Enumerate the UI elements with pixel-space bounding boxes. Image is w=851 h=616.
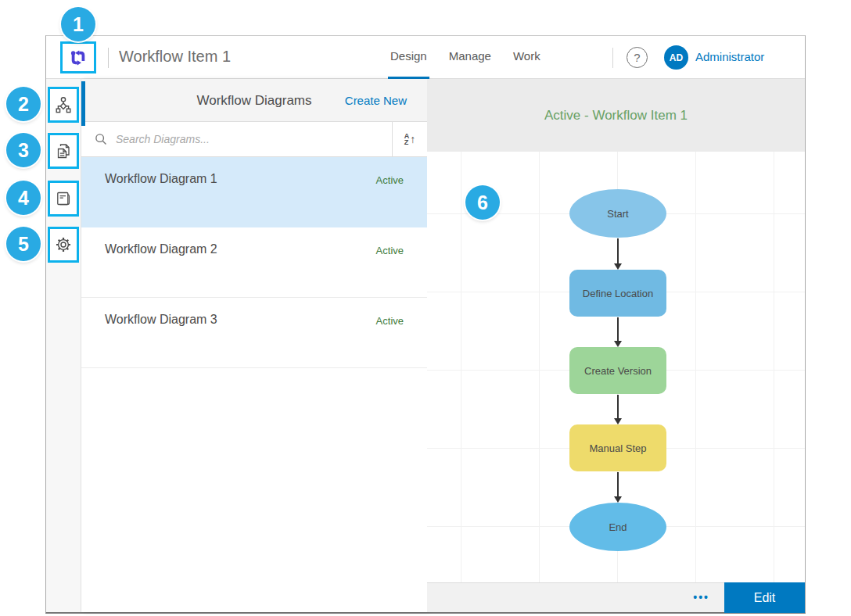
list-item-workflow-diagram-3[interactable]: Workflow Diagram 3 Active <box>81 298 427 368</box>
callout-2: 2 <box>6 87 41 121</box>
sidebar-item-job-templates[interactable] <box>48 181 79 217</box>
diagram-name: Workflow Diagram 1 <box>105 172 217 186</box>
sidebar-item-workflow-diagrams[interactable] <box>48 87 79 123</box>
diagram-list: Workflow Diagram 1 Active Workflow Diagr… <box>81 157 427 368</box>
tab-work[interactable]: Work <box>513 36 540 79</box>
tab-manage[interactable]: Manage <box>449 36 491 79</box>
help-icon: ? <box>634 51 640 64</box>
header-divider <box>108 48 109 68</box>
sidebar-item-settings[interactable] <box>48 227 79 263</box>
callout-5: 5 <box>6 227 41 261</box>
diagram-name: Workflow Diagram 2 <box>105 242 217 256</box>
preview-header: Active - Workflow Item 1 <box>427 79 805 152</box>
callout-6: 6 <box>465 185 500 220</box>
preview-title: Active - Workflow Item 1 <box>544 108 688 124</box>
callout-3: 3 <box>6 133 41 167</box>
sort-button[interactable]: AZ ↑ <box>392 122 427 156</box>
flow-arrow <box>617 317 619 341</box>
diagram-name: Workflow Diagram 3 <box>105 313 217 327</box>
diagrams-panel-header: Workflow Diagrams Create New <box>81 79 427 122</box>
app-title: Workflow Item 1 <box>119 36 231 77</box>
notebook-icon <box>54 189 73 208</box>
sort-arrow-icon: ↑ <box>410 133 415 145</box>
pages-icon <box>54 141 73 160</box>
preview-footer: ••• Edit <box>427 582 805 612</box>
app-logo[interactable] <box>60 41 96 73</box>
list-item-workflow-diagram-1[interactable]: Workflow Diagram 1 Active <box>81 157 427 227</box>
app-window: Workflow Item 1 Design Manage Work ? AD … <box>45 35 806 614</box>
help-button[interactable]: ? <box>627 47 648 68</box>
flow-node-define-location[interactable]: Define Location <box>569 270 666 317</box>
create-new-link[interactable]: Create New <box>345 79 407 122</box>
flow-node-start[interactable]: Start <box>569 189 666 238</box>
preview-panel: Active - Workflow Item 1 Start Define Lo… <box>427 79 805 612</box>
flow-arrow <box>617 472 619 496</box>
header-divider-2 <box>612 48 613 68</box>
search-icon <box>94 132 108 146</box>
callout-1: 1 <box>61 7 95 41</box>
tab-design[interactable]: Design <box>390 36 427 79</box>
header-tabs: Design Manage Work <box>390 36 540 79</box>
status-badge: Active <box>376 315 404 327</box>
workflow-loop-icon <box>67 47 89 69</box>
user-avatar[interactable]: AD <box>664 45 688 70</box>
diagrams-panel: Workflow Diagrams Create New AZ ↑ <box>81 79 427 612</box>
edit-button[interactable]: Edit <box>724 582 805 613</box>
flow-arrow <box>617 238 619 263</box>
flow-node-create-version[interactable]: Create Version <box>569 347 666 394</box>
user-name[interactable]: Administrator <box>695 36 764 78</box>
sidebar <box>46 79 81 612</box>
more-options-button[interactable]: ••• <box>693 583 709 611</box>
flowchart-icon <box>54 95 73 114</box>
page: Workflow Item 1 Design Manage Work ? AD … <box>0 0 851 616</box>
search-row: AZ ↑ <box>81 122 427 157</box>
gear-icon <box>54 235 73 254</box>
search-input[interactable] <box>114 132 392 146</box>
callout-4: 4 <box>6 181 41 215</box>
flow-node-end[interactable]: End <box>569 503 666 551</box>
sidebar-item-templates[interactable] <box>48 133 79 169</box>
flow-arrow <box>617 395 619 418</box>
active-sidebar-indicator <box>81 81 85 126</box>
app-header: Workflow Item 1 Design Manage Work ? AD … <box>46 36 805 79</box>
list-item-workflow-diagram-2[interactable]: Workflow Diagram 2 Active <box>81 227 427 298</box>
sort-az-icon: AZ <box>404 133 410 145</box>
status-badge: Active <box>376 174 404 186</box>
flow-node-manual-step[interactable]: Manual Step <box>569 424 666 471</box>
status-badge: Active <box>376 245 404 256</box>
